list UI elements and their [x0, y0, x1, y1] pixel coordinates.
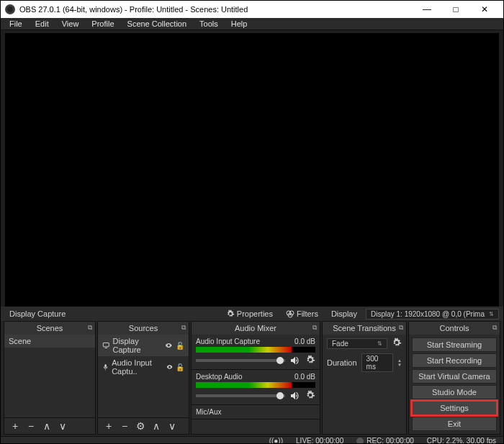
- status-live: LIVE: 00:00:00: [296, 437, 343, 444]
- properties-button[interactable]: Properties: [222, 308, 277, 320]
- source-item-audio[interactable]: Audio Input Captu.. 🔓: [98, 356, 189, 378]
- control-exit-button[interactable]: Exit: [412, 417, 497, 431]
- controls-panel: Controls⧉ Start StreamingStart Recording…: [408, 321, 500, 435]
- control-start-recording-button[interactable]: Start Recording: [412, 353, 497, 368]
- duration-input[interactable]: 300 ms: [361, 353, 393, 372]
- status-bar: ((●)) LIVE: 00:00:00 REC: 00:00:00 CPU: …: [1, 436, 503, 444]
- source-toolbar: Display Capture Properties Filters Displ…: [1, 307, 503, 321]
- audio-mixer-panel: Audio Mixer⧉ Audio Input Capture0.0 dB D…: [191, 321, 320, 435]
- channel-settings-button[interactable]: [305, 355, 315, 366]
- mixer-channel: Audio Input Capture0.0 dB: [192, 335, 320, 370]
- menu-view[interactable]: View: [56, 18, 85, 30]
- popout-icon[interactable]: ⧉: [312, 324, 317, 332]
- menu-edit[interactable]: Edit: [30, 18, 55, 30]
- source-down-button[interactable]: ∨: [166, 420, 179, 432]
- status-cpu: CPU: 2.2%, 30.00 fps: [427, 437, 496, 444]
- sources-toolbar: + − ⚙ ∧ ∨: [98, 417, 189, 434]
- channel-db: 0.0 dB: [294, 337, 315, 345]
- transition-settings-button[interactable]: [392, 337, 402, 349]
- preview-area[interactable]: [5, 33, 499, 307]
- channel-settings-button[interactable]: [305, 390, 315, 402]
- status-rec: REC: 00:00:00: [356, 437, 414, 444]
- menu-tools[interactable]: Tools: [194, 18, 224, 30]
- control-start-streaming-button[interactable]: Start Streaming: [412, 337, 497, 352]
- popout-icon[interactable]: ⧉: [399, 324, 403, 332]
- lock-icon[interactable]: 🔓: [176, 363, 184, 371]
- popout-icon[interactable]: ⧉: [88, 324, 92, 332]
- volume-slider[interactable]: [196, 394, 285, 397]
- maximize-button[interactable]: □: [441, 1, 470, 18]
- chevron-updown-icon: ⇅: [489, 311, 494, 317]
- visibility-icon[interactable]: [165, 341, 173, 350]
- add-source-button[interactable]: +: [102, 420, 115, 432]
- channel-name: Desktop Audio: [196, 373, 243, 381]
- channel-name: Mic/Aux: [196, 408, 222, 416]
- source-item-display[interactable]: Display Capture 🔓: [98, 335, 189, 356]
- transition-select[interactable]: Fade⇅: [327, 338, 387, 349]
- svg-rect-3: [103, 343, 109, 346]
- transitions-panel: Scene Transitions⧉ Fade⇅ Duration 300 ms…: [322, 321, 407, 435]
- sources-panel: Sources⧉ Display Capture 🔓 Audio Input C…: [97, 321, 189, 435]
- selected-source-label: Display Capture: [5, 307, 70, 321]
- channel-name: Audio Input Capture: [196, 337, 260, 345]
- filters-button[interactable]: Filters: [282, 308, 323, 320]
- visibility-icon[interactable]: [166, 363, 173, 371]
- mixer-channel: Mic/Aux: [192, 405, 320, 420]
- display-select[interactable]: Display 1: 1920x1080 @ 0,0 (Prima ⇅: [366, 309, 499, 320]
- scene-down-button[interactable]: ∨: [56, 420, 69, 432]
- duration-spinner[interactable]: ▲▼: [397, 358, 402, 367]
- display-label: Display: [327, 308, 361, 320]
- mixer-channel: Desktop Audio0.0 dB: [192, 370, 320, 405]
- rec-dot-icon: [356, 438, 364, 445]
- window-titlebar: OBS 27.0.1 (64-bit, windows) - Profile: …: [1, 1, 503, 18]
- microphone-icon: [102, 363, 109, 371]
- dock-panels: Scenes⧉ Scene + − ∧ ∨ Sources⧉ Display C…: [1, 321, 503, 436]
- menu-file[interactable]: File: [4, 18, 28, 30]
- audio-meter: [196, 347, 315, 353]
- source-settings-button[interactable]: ⚙: [134, 420, 147, 432]
- menu-help[interactable]: Help: [225, 18, 253, 30]
- source-up-button[interactable]: ∧: [150, 420, 163, 432]
- sources-header: Sources⧉: [98, 322, 189, 335]
- channel-db: 0.0 dB: [294, 373, 315, 381]
- duration-label: Duration: [327, 358, 357, 367]
- volume-slider[interactable]: [196, 359, 285, 362]
- scene-item[interactable]: Scene: [4, 335, 95, 348]
- mute-button[interactable]: [289, 390, 301, 402]
- menu-scene-collection[interactable]: Scene Collection: [122, 18, 193, 30]
- add-scene-button[interactable]: +: [9, 420, 22, 432]
- popout-icon[interactable]: ⧉: [492, 324, 497, 332]
- mute-button[interactable]: [289, 355, 301, 366]
- close-button[interactable]: ✕: [470, 1, 499, 18]
- scenes-panel: Scenes⧉ Scene + − ∧ ∨: [4, 321, 96, 435]
- filters-icon: [286, 309, 294, 318]
- scenes-header: Scenes⧉: [4, 322, 95, 335]
- popout-icon[interactable]: ⧉: [181, 324, 186, 332]
- remove-scene-button[interactable]: −: [24, 420, 37, 432]
- mixer-header: Audio Mixer⧉: [192, 322, 320, 335]
- gear-icon: [226, 309, 235, 318]
- display-icon: [102, 341, 110, 350]
- controls-header: Controls⧉: [409, 322, 500, 335]
- menu-profile[interactable]: Profile: [86, 18, 120, 30]
- lock-icon[interactable]: 🔓: [176, 342, 184, 350]
- audio-meter: [196, 382, 315, 388]
- window-title: OBS 27.0.1 (64-bit, windows) - Profile: …: [19, 5, 248, 14]
- control-settings-button[interactable]: Settings: [412, 401, 497, 415]
- scene-up-button[interactable]: ∧: [40, 420, 53, 432]
- obs-logo-icon: [5, 4, 15, 14]
- transitions-header: Scene Transitions⧉: [323, 322, 406, 335]
- broadcast-icon: ((●)): [269, 437, 283, 444]
- remove-source-button[interactable]: −: [118, 420, 131, 432]
- control-start-virtual-camera-button[interactable]: Start Virtual Camera: [412, 369, 497, 384]
- scenes-toolbar: + − ∧ ∨: [4, 417, 95, 434]
- menu-bar: File Edit View Profile Scene Collection …: [1, 18, 503, 30]
- minimize-button[interactable]: —: [413, 1, 441, 18]
- chevron-updown-icon: ⇅: [377, 340, 382, 347]
- control-studio-mode-button[interactable]: Studio Mode: [412, 385, 497, 399]
